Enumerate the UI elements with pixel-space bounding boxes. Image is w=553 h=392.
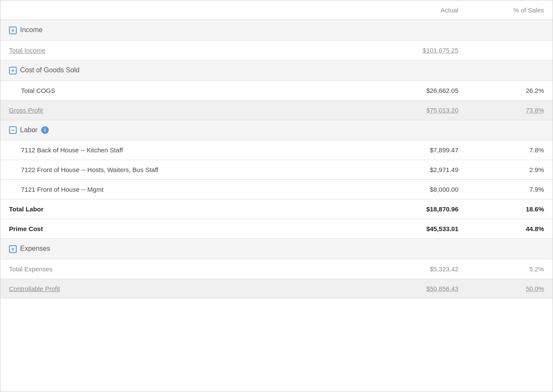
summary-pct-cell: 73.8% <box>467 100 553 120</box>
total-actual-cell: $101,675.25 <box>381 40 467 60</box>
data-actual-cell: $8,000.00 <box>381 180 467 199</box>
section-actual-cell <box>381 239 467 259</box>
total-row: Total Expenses$5,323.425.2% <box>0 259 553 279</box>
col-actual-header: Actual <box>381 0 467 20</box>
section-header-row: −Labori <box>0 120 553 140</box>
summary-label-link[interactable]: Controllable Profit <box>9 285 60 292</box>
summary-label-link[interactable]: Gross Profit <box>9 107 43 114</box>
summary-label-cell: Gross Profit <box>0 100 381 120</box>
data-row: Total COGS$26,662.0526.2% <box>0 80 553 100</box>
summary-pct-link: 50.0% <box>526 285 544 292</box>
section-label: Labor <box>20 126 38 134</box>
total-actual-cell: $5,323.42 <box>381 259 467 279</box>
data-row: 7122 Front of House -- Hosts, Waiters, B… <box>0 160 553 180</box>
total-actual-link[interactable]: $101,675.25 <box>423 47 458 54</box>
bold-actual-cell: $45,533.01 <box>381 219 467 239</box>
summary-actual-link[interactable]: $50,856.43 <box>426 285 458 292</box>
section-header-row: +Cost of Goods Sold <box>0 60 553 80</box>
summary-row: Gross Profit$75,013.2073.8% <box>0 100 553 120</box>
data-actual-cell: $26,662.05 <box>381 80 467 100</box>
data-actual-cell: $2,971.49 <box>381 160 467 180</box>
summary-actual-cell: $50,856.43 <box>381 279 467 299</box>
bold-row: Total Labor$18,870.9618.6% <box>0 199 553 219</box>
col-label-header <box>0 0 381 20</box>
section-pct-cell <box>467 239 553 259</box>
section-label: Cost of Goods Sold <box>20 66 80 74</box>
section-header-cell: +Income <box>0 20 381 41</box>
data-row: 7112 Back of House -- Kitchen Staff$7,89… <box>0 140 553 160</box>
summary-label-cell: Controllable Profit <box>0 279 381 299</box>
data-pct-cell: 2.9% <box>467 160 553 180</box>
data-actual-cell: $7,899.47 <box>381 140 467 160</box>
col-pct-header: % of Sales <box>467 0 553 20</box>
section-header-cell: −Labori <box>0 120 381 140</box>
section-header-row: +Expenses <box>0 239 553 259</box>
total-pct-cell <box>467 40 553 60</box>
bold-row: Prime Cost$45,533.0144.8% <box>0 219 553 239</box>
section-label: Income <box>20 26 42 33</box>
summary-actual-link[interactable]: $75,013.20 <box>426 107 458 114</box>
summary-pct-link: 73.8% <box>526 107 544 114</box>
total-label-link[interactable]: Total Income <box>9 47 45 54</box>
section-header-row: +Income <box>0 20 553 41</box>
section-pct-cell <box>467 120 553 140</box>
total-label-cell: Total Income <box>0 40 381 60</box>
summary-actual-cell: $75,013.20 <box>381 100 467 120</box>
data-pct-cell: 7.9% <box>467 180 553 199</box>
section-header-cell: +Cost of Goods Sold <box>0 60 381 80</box>
total-row: Total Income$101,675.25 <box>0 40 553 60</box>
data-label-cell: 7121 Front of House -- Mgmt <box>0 180 381 199</box>
bold-actual-cell: $18,870.96 <box>381 199 467 219</box>
summary-pct-cell: 50.0% <box>467 279 553 299</box>
expand-plus-icon[interactable]: + <box>9 67 17 74</box>
data-row: 7121 Front of House -- Mgmt$8,000.007.9% <box>0 180 553 199</box>
info-icon[interactable]: i <box>41 126 49 134</box>
section-actual-cell <box>381 20 467 41</box>
data-label-cell: 7112 Back of House -- Kitchen Staff <box>0 140 381 160</box>
section-pct-cell <box>467 60 553 80</box>
section-label: Expenses <box>20 245 50 252</box>
section-pct-cell <box>467 20 553 41</box>
data-pct-cell: 7.8% <box>467 140 553 160</box>
expand-plus-icon[interactable]: + <box>9 27 17 34</box>
bold-label-cell: Total Labor <box>0 199 381 219</box>
total-pct-cell: 5.2% <box>467 259 553 279</box>
bold-label-cell: Prime Cost <box>0 219 381 239</box>
total-label-cell: Total Expenses <box>0 259 381 279</box>
data-label-cell: 7122 Front of House -- Hosts, Waiters, B… <box>0 160 381 180</box>
financial-table: Actual % of Sales +IncomeTotal Income$10… <box>0 0 553 392</box>
expand-minus-icon[interactable]: − <box>9 126 17 134</box>
data-pct-cell: 26.2% <box>467 80 553 100</box>
section-actual-cell <box>381 120 467 140</box>
header-row: Actual % of Sales <box>0 0 553 20</box>
data-label-cell: Total COGS <box>0 80 381 100</box>
summary-row: Controllable Profit$50,856.4350.0% <box>0 279 553 299</box>
bold-pct-cell: 18.6% <box>467 199 553 219</box>
expand-plus-icon[interactable]: + <box>9 245 17 253</box>
section-actual-cell <box>381 60 467 80</box>
bold-pct-cell: 44.8% <box>467 219 553 239</box>
section-header-cell: +Expenses <box>0 239 381 259</box>
